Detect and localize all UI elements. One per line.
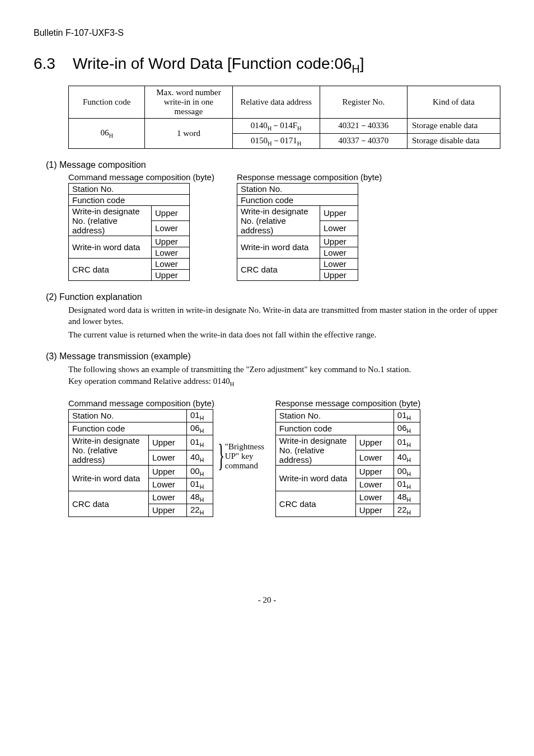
col-function-code: Function code — [69, 86, 145, 118]
bulletin-id: Bulletin F-107-UXF3-S — [34, 28, 500, 38]
section-3-p1: The following shows an example of transm… — [68, 364, 500, 375]
section-1-heading: (1) Message composition — [46, 160, 500, 170]
resp-caption: Response message composition (byte) — [237, 172, 382, 182]
page-number: - 20 - — [34, 595, 500, 605]
brace-icon: } — [218, 443, 224, 469]
col-register: Register No. — [320, 86, 407, 118]
cmd-caption-3: Command message composition (byte) — [68, 398, 214, 408]
section-2-p1: Designated word data is written in write… — [68, 304, 500, 327]
cmd-msg-table-1: Station No. Function code Write-in desig… — [68, 183, 190, 281]
section-3-heading: (3) Message transmission (example) — [46, 351, 500, 361]
col-kind: Kind of data — [407, 86, 500, 118]
cmd-msg-table-3: Station No.01H Function code06H Write-in… — [68, 409, 213, 517]
col-rel-addr: Relative data address — [232, 86, 320, 118]
cmd-caption: Command message composition (byte) — [68, 172, 214, 182]
page-title: 6.3 Write-in of Word Data [Function code… — [34, 55, 500, 76]
section-2-p2: The current value is returned when the w… — [68, 329, 500, 340]
resp-msg-table-1: Station No. Function code Write-in desig… — [237, 183, 358, 281]
col-max-word: Max. word number write-in in one message — [145, 86, 232, 118]
function-code-table: Function code Max. word number write-in … — [68, 86, 500, 149]
section-3-p2: Key operation command Relative address: … — [68, 375, 500, 388]
resp-caption-3: Response message composition (byte) — [275, 398, 420, 408]
brace-annotation: "Brightness UP" key command — [225, 442, 270, 471]
resp-msg-table-3: Station No.01H Function code06H Write-in… — [275, 409, 420, 517]
section-2-heading: (2) Function explanation — [46, 292, 500, 302]
